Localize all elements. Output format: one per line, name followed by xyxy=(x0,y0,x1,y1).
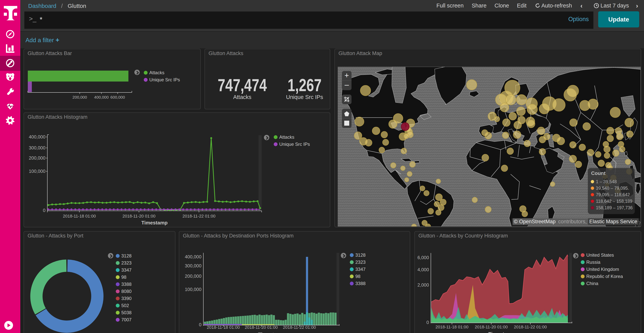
svg-text:2018-11-18 01:00: 2018-11-18 01:00 xyxy=(207,325,240,330)
svg-text:2018-11-18 01:00: 2018-11-18 01:00 xyxy=(436,324,468,329)
svg-text:2,000: 2,000 xyxy=(418,282,429,287)
svg-text:600,000: 600,000 xyxy=(110,95,125,99)
svg-text:400,000: 400,000 xyxy=(94,95,109,99)
svg-text:Timestamp: Timestamp xyxy=(258,331,284,333)
svg-text:6,000: 6,000 xyxy=(418,255,429,260)
svg-text:300,000: 300,000 xyxy=(29,145,46,150)
svg-text:0: 0 xyxy=(426,320,429,325)
svg-text:0: 0 xyxy=(199,322,202,327)
svg-text:2018-11-20 01:00: 2018-11-20 01:00 xyxy=(245,325,278,330)
svg-text:2018-11-22 01:00: 2018-11-22 01:00 xyxy=(283,325,316,330)
svg-text:400,000: 400,000 xyxy=(29,134,46,139)
svg-text:2018-11-20 01:00: 2018-11-20 01:00 xyxy=(122,214,156,218)
svg-text:100,000: 100,000 xyxy=(29,169,46,174)
svg-text:Timestamp: Timestamp xyxy=(142,220,168,226)
svg-text:4,000: 4,000 xyxy=(418,267,429,272)
svg-text:300,000: 300,000 xyxy=(185,263,202,268)
svg-text:2018-11-18 01:00: 2018-11-18 01:00 xyxy=(63,214,96,218)
svg-text:2018-11-22 01:00: 2018-11-22 01:00 xyxy=(182,214,216,218)
svg-text:2018-11-22 01:00: 2018-11-22 01:00 xyxy=(514,324,547,329)
svg-text:100,000: 100,000 xyxy=(185,287,202,292)
svg-text:0: 0 xyxy=(43,208,46,213)
svg-text:200,000: 200,000 xyxy=(72,95,87,99)
svg-text:200,000: 200,000 xyxy=(185,273,202,279)
svg-text:400,000: 400,000 xyxy=(185,254,202,259)
svg-text:200,000: 200,000 xyxy=(29,155,46,161)
svg-text:Timestamp: Timestamp xyxy=(488,331,514,333)
svg-text:2018-11-20 01:00: 2018-11-20 01:00 xyxy=(475,324,508,329)
